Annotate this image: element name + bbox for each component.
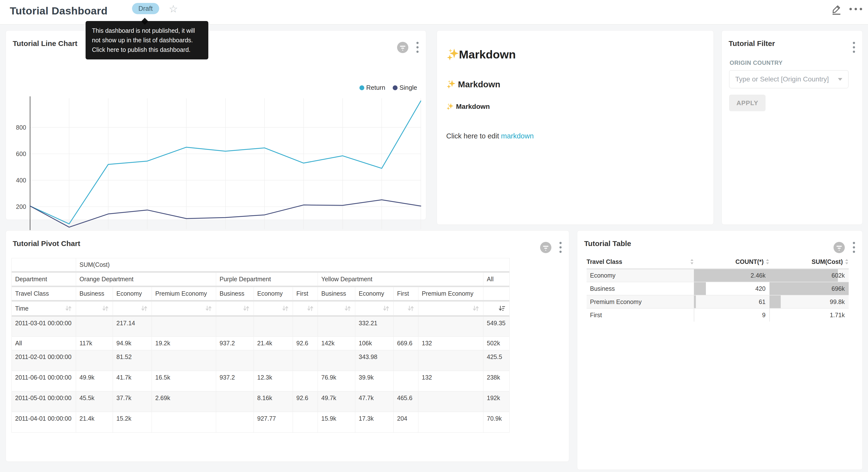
svg-text:200: 200 [16,203,26,210]
kebab-menu-icon[interactable] [415,41,420,54]
pivot-metric-header: SUM(Cost) [76,258,509,272]
table-row: Economy 2.46k 602k [587,269,849,282]
table-row: Premium Economy 61 99.8k [587,295,849,308]
sparkle-icon [446,48,459,61]
sort-icon [690,259,694,265]
app-header: Tutorial Dashboard Draft ☆ [0,0,868,25]
pivot-dept-all: All [484,272,509,286]
svg-text:600: 600 [16,150,26,157]
summary-table: Travel Class COUNT(*) SUM(Cost) Economy … [587,255,849,322]
markdown-h2-text: Markdown [458,80,500,89]
pivot-class-label: Travel Class [12,286,76,301]
sort-icon [766,259,770,265]
line-chart-card: Tutorial Line Chart Return Single 200400… [6,30,426,220]
markdown-heading-1: Markdown [446,48,516,61]
column-header-travel-class[interactable]: Travel Class [587,255,694,269]
pivot-class-col: Business [216,286,254,301]
pivot-department-label: Department [12,272,76,286]
column-header-count[interactable]: COUNT(*) [694,255,770,269]
filter-card: Tutorial Filter ORIGIN COUNTRY Type or S… [721,30,863,225]
filter-badge-icon[interactable] [540,242,552,254]
pivot-chart-title: Tutorial Pivot Chart [13,239,80,248]
filter-card-title: Tutorial Filter [728,39,775,48]
pivot-department-row: Department Orange Department Purple Depa… [12,272,509,286]
sort-icon[interactable] [65,304,72,312]
cell-bar [770,269,838,282]
legend-dot-single [393,85,398,90]
sort-icon[interactable] [101,304,109,312]
pivot-row: 2011-05-01 00:00:00 45.5k37.7k2.69k8.16k… [12,391,509,412]
cell-bar [694,282,706,295]
cell-bar [770,295,781,308]
filter-badge-icon[interactable] [833,242,845,254]
markdown-heading-2: Markdown [446,80,500,89]
summary-header-row: Travel Class COUNT(*) SUM(Cost) [587,255,849,269]
favorite-star-icon[interactable]: ☆ [169,3,178,15]
pivot-time-row: Time [12,301,509,316]
pivot-class-col: First [293,286,318,301]
markdown-paragraph: Click here to edit markdown [446,132,534,140]
pivot-time-label: Time [15,305,29,312]
chart-legend: Return Single [360,84,417,91]
chevron-down-icon [838,78,842,81]
line-chart-plot: 200400600800FebruaryMarchAprilMayJuneJul… [19,95,422,247]
svg-text:400: 400 [16,177,26,184]
pivot-chart-card: Tutorial Pivot Chart SUM(Cost) Departmen… [6,230,569,462]
pivot-class-row: Travel Class Business Economy Premium Ec… [12,286,509,301]
sort-icon[interactable] [141,304,148,312]
markdown-h1-text: Markdown [459,48,516,61]
pivot-dept-orange: Orange Department [76,272,216,286]
pivot-row: 2011-02-01 00:00:00 81.52343.98425.5 [12,350,509,371]
sort-icon[interactable] [306,304,314,312]
markdown-edit-link[interactable]: markdown [501,132,534,140]
table-row: First 9 1.71k [587,308,849,322]
column-header-sum-cost[interactable]: SUM(Cost) [770,255,849,269]
kebab-menu-icon[interactable] [852,241,856,254]
markdown-card: Markdown Markdown Markdown Click here to… [437,30,714,225]
sort-icon[interactable] [407,304,415,312]
pivot-row: 2011-03-01 00:00:00 217.14332.21549.35 [12,316,509,336]
edit-pencil-icon[interactable] [831,3,843,15]
pivot-row: 2011-04-01 00:00:00 21.4k15.2k927.7715.9… [12,412,509,432]
kebab-menu-icon[interactable] [852,41,856,54]
svg-text:800: 800 [16,124,26,131]
markdown-paragraph-text: Click here to edit [446,132,501,140]
draft-badge[interactable]: Draft [132,3,159,14]
sort-icon[interactable] [382,304,390,312]
legend-item-single[interactable]: Single [393,84,417,91]
sort-icon[interactable] [281,304,289,312]
draft-tooltip: This dashboard is not published, it will… [86,21,208,59]
legend-label-return: Return [366,84,385,91]
pivot-class-col: First [394,286,418,301]
sort-icon[interactable] [472,304,480,312]
origin-country-select[interactable]: Type or Select [Origin Country] [729,70,848,88]
sort-icon[interactable] [242,304,250,312]
markdown-h3-text: Markdown [456,103,490,111]
sort-icon [845,259,849,265]
cell-bar [694,295,696,308]
filter-badge-icon[interactable] [397,41,409,53]
origin-country-label: ORIGIN COUNTRY [730,59,783,66]
pivot-class-col: Business [318,286,355,301]
table-row: Business 420 696k [587,282,849,295]
sort-icon[interactable] [344,304,351,312]
pivot-class-col: Economy [254,286,293,301]
kebab-menu-icon[interactable] [558,241,563,254]
pivot-row: All 117k94.9k19.2k937.221.4k92.6142k106k… [12,336,509,350]
pivot-dept-yellow: Yellow Department [318,272,484,286]
pivot-metric-row: SUM(Cost) [12,258,509,272]
pivot-table: SUM(Cost) Department Orange Department P… [11,258,509,433]
pivot-dept-purple: Purple Department [216,272,318,286]
pivot-class-col: Premium Economy [418,286,484,301]
sort-desc-icon[interactable] [498,304,506,312]
sparkle-icon [446,80,456,89]
sparkle-icon [446,103,454,110]
summary-table-card: Tutorial Table Travel Class COUNT(*) SUM… [577,230,863,470]
apply-button[interactable]: APPLY [729,95,766,111]
line-chart-title: Tutorial Line Chart [13,39,77,48]
legend-dot-return [360,85,364,90]
legend-item-return[interactable]: Return [360,84,385,91]
ellipsis-menu-icon[interactable] [849,8,862,10]
sort-icon[interactable] [205,304,213,312]
pivot-class-col: Business [76,286,113,301]
